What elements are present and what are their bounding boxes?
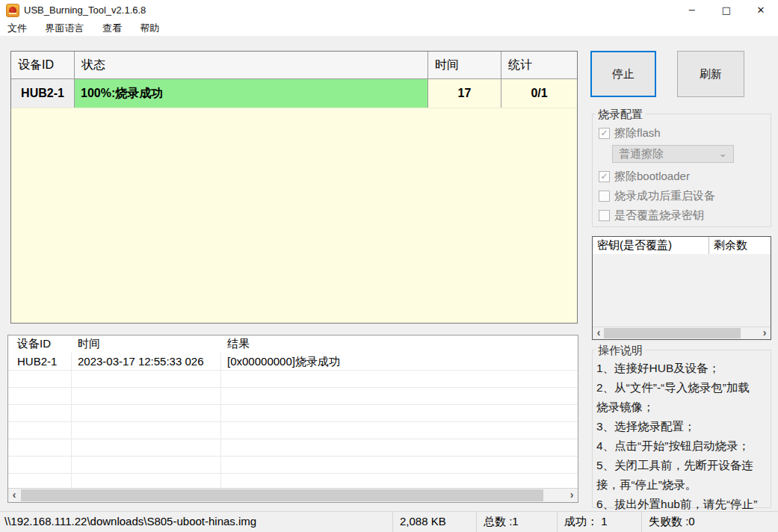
burn-time-cell: 17 bbox=[428, 79, 501, 108]
col-stats: 统计 bbox=[501, 52, 577, 78]
log-empty-row bbox=[8, 405, 578, 422]
success-count: 成功： 1 bbox=[557, 512, 641, 532]
burn-config-title: 烧录配置 bbox=[596, 108, 645, 122]
erase-flash-checkbox[interactable]: ✓ bbox=[599, 128, 610, 139]
log-col-device-id: 设备ID bbox=[8, 335, 72, 353]
log-result: [0x00000000]烧录成功 bbox=[221, 353, 578, 371]
burn-config-group: 烧录配置 ✓ 擦除flash 普通擦除 ⌄ ✓ 擦除bootloader 烧录成… bbox=[592, 114, 771, 227]
menu-help[interactable]: 帮助 bbox=[132, 21, 167, 36]
col-device-id: 设备ID bbox=[11, 52, 75, 78]
refresh-button[interactable]: 刷新 bbox=[677, 51, 744, 97]
scroll-right-icon[interactable]: › bbox=[566, 489, 578, 502]
chevron-down-icon: ⌄ bbox=[718, 146, 727, 161]
reboot-after-success-option[interactable]: 烧录成功后重启设备 bbox=[599, 189, 715, 203]
device-table-header: 设备ID 状态 时间 统计 bbox=[11, 52, 577, 79]
overwrite-key-checkbox[interactable] bbox=[599, 210, 610, 221]
burn-stats-cell: 0/1 bbox=[501, 79, 577, 108]
usb-slot-icon bbox=[9, 13, 16, 14]
key-table: 密钥(是否覆盖) 剩余数 ‹ › bbox=[592, 236, 771, 340]
log-time: 2023-03-17 12:55:33 026 bbox=[72, 353, 221, 371]
col-remaining: 剩余数 bbox=[709, 237, 771, 254]
app-icon bbox=[6, 4, 19, 17]
erase-flash-option[interactable]: ✓ 擦除flash bbox=[599, 126, 661, 140]
window-controls: − □ ✕ bbox=[675, 0, 778, 21]
window-title: USB_Burning_Tool_v2.1.6.8 bbox=[24, 0, 146, 21]
failed-count: 失败数 :0 bbox=[641, 512, 778, 532]
close-icon[interactable]: ✕ bbox=[744, 0, 778, 21]
log-empty-row bbox=[8, 457, 578, 474]
log-col-time: 时间 bbox=[72, 335, 221, 353]
scroll-left-icon[interactable]: ‹ bbox=[593, 327, 605, 339]
total-count: 总数 :1 bbox=[476, 512, 557, 532]
log-empty-row bbox=[8, 422, 578, 439]
col-status: 状态 bbox=[75, 52, 428, 78]
overwrite-key-option[interactable]: 是否覆盖烧录密钥 bbox=[599, 208, 704, 223]
log-device-id: HUB2-1 bbox=[8, 353, 72, 371]
log-empty-row bbox=[8, 439, 578, 457]
scrollbar-thumb[interactable] bbox=[21, 489, 543, 501]
log-col-result: 结果 bbox=[221, 335, 578, 353]
log-table-header: 设备ID 时间 结果 bbox=[8, 335, 578, 353]
key-table-header: 密钥(是否覆盖) 剩余数 bbox=[593, 237, 771, 254]
image-path: \\192.168.111.22\downloads\S805-uboot-hi… bbox=[0, 512, 392, 532]
instructions-title: 操作说明 bbox=[596, 344, 645, 358]
menu-view[interactable]: 查看 bbox=[95, 21, 129, 36]
erase-bootloader-label: 擦除bootloader bbox=[614, 170, 690, 184]
device-row[interactable]: HUB2-1 100%:烧录成功 17 0/1 bbox=[11, 79, 577, 108]
instructions-text: 1、连接好HUB及设备； 2、从“文件”-“导入烧录包”加载 烧录镜像； 3、选… bbox=[596, 359, 770, 532]
minimize-icon[interactable]: − bbox=[675, 0, 709, 21]
erase-flash-label: 擦除flash bbox=[614, 126, 661, 140]
col-time: 时间 bbox=[428, 52, 501, 78]
scroll-right-icon[interactable]: › bbox=[759, 327, 771, 339]
overwrite-key-label: 是否覆盖烧录密钥 bbox=[614, 208, 704, 223]
erase-bootloader-checkbox[interactable]: ✓ bbox=[599, 171, 610, 182]
usb-burning-tool-window: USB_Burning_Tool_v2.1.6.8 − □ ✕ 文件 界面语言 … bbox=[0, 0, 778, 532]
erase-bootloader-option[interactable]: ✓ 擦除bootloader bbox=[599, 170, 690, 184]
key-table-hscrollbar[interactable]: ‹ › bbox=[593, 327, 771, 339]
device-status-table: 设备ID 状态 时间 统计 HUB2-1 100%:烧录成功 17 0/1 bbox=[10, 51, 578, 324]
log-table-hscrollbar[interactable]: ‹ › bbox=[8, 488, 578, 502]
stop-button[interactable]: 停止 bbox=[590, 51, 656, 97]
reboot-after-success-checkbox[interactable] bbox=[599, 191, 610, 202]
log-row[interactable]: HUB2-1 2023-03-17 12:55:33 026 [0x000000… bbox=[8, 353, 578, 371]
scroll-left-icon[interactable]: ‹ bbox=[8, 489, 20, 502]
scrollbar-thumb[interactable] bbox=[604, 328, 741, 338]
menu-bar: 文件 界面语言 查看 帮助 bbox=[0, 21, 778, 36]
reboot-after-success-label: 烧录成功后重启设备 bbox=[614, 189, 715, 203]
erase-mode-value: 普通擦除 bbox=[619, 147, 664, 160]
image-size: 2,088 KB bbox=[392, 512, 476, 532]
erase-mode-dropdown[interactable]: 普通擦除 ⌄ bbox=[612, 145, 734, 163]
menu-file[interactable]: 文件 bbox=[0, 21, 34, 36]
instructions-group: 操作说明 1、连接好HUB及设备； 2、从“文件”-“导入烧录包”加载 烧录镜像… bbox=[592, 350, 771, 508]
log-empty-row bbox=[8, 388, 578, 405]
title-bar: USB_Burning_Tool_v2.1.6.8 − □ ✕ bbox=[0, 0, 778, 21]
menu-language[interactable]: 界面语言 bbox=[37, 21, 91, 36]
status-bar: \\192.168.111.22\downloads\S805-uboot-hi… bbox=[0, 511, 778, 532]
device-id-cell: HUB2-1 bbox=[11, 79, 75, 108]
log-empty-row bbox=[8, 371, 578, 388]
col-key: 密钥(是否覆盖) bbox=[593, 237, 709, 254]
maximize-icon[interactable]: □ bbox=[709, 0, 744, 21]
burn-status-cell: 100%:烧录成功 bbox=[75, 79, 428, 108]
log-table: 设备ID 时间 结果 HUB2-1 2023-03-17 12:55:33 02… bbox=[7, 335, 578, 503]
